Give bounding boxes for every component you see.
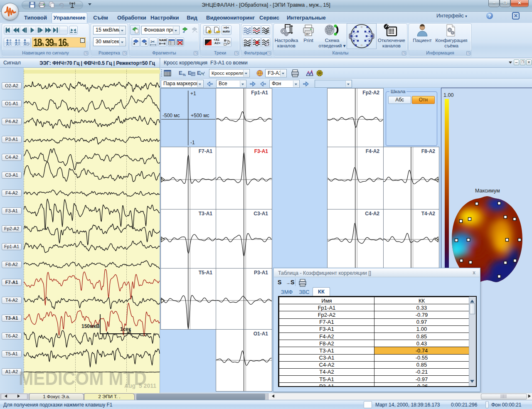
svg-text:%: % (182, 73, 186, 77)
svg-text:357: 357 (305, 33, 310, 35)
svg-text:NAME: NAME (159, 38, 167, 42)
svg-text:E: E (179, 70, 182, 76)
